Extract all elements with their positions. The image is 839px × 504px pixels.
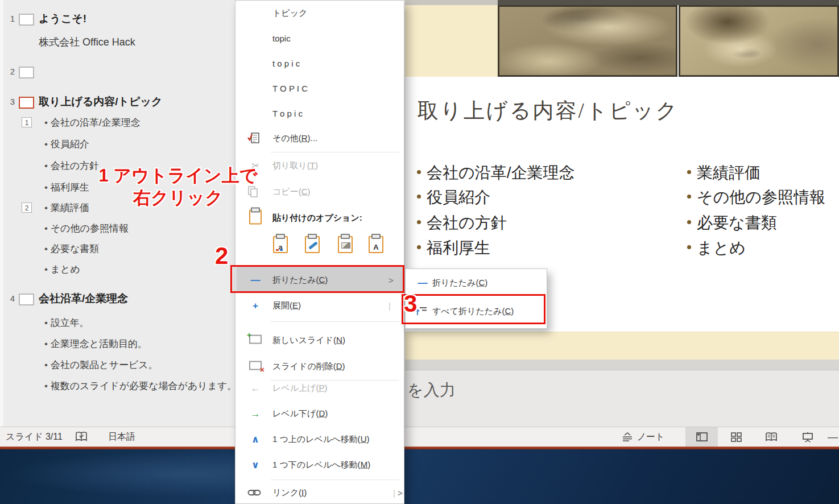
outline-bullet[interactable]: 役員紹介 bbox=[44, 138, 89, 151]
slide-bullet[interactable]: 会社の方針 bbox=[427, 212, 507, 234]
slide-bullet[interactable]: 会社の沿革/企業理念 bbox=[427, 162, 575, 184]
slide-bullet-dot bbox=[417, 170, 421, 174]
menu-item-suggestion[interactable]: T O P I C bbox=[236, 76, 403, 101]
outline-pane-left-edge bbox=[0, 0, 3, 427]
menu-item-new-slide[interactable]: + 新しいスライド(N) bbox=[236, 328, 403, 353]
menu-separator bbox=[271, 152, 399, 152]
annotation-step3: 3 bbox=[404, 290, 417, 317]
menu-item-label: 1 つ下のレベルへ移動(M) bbox=[272, 460, 370, 470]
slide-bullet[interactable]: その他の参照情報 bbox=[697, 187, 825, 208]
slide-bullet[interactable]: 役員紹介 bbox=[427, 187, 490, 208]
submenu-item-collapse[interactable]: — 折りたたみ(C) bbox=[406, 270, 546, 295]
menu-item-suggestion[interactable]: T o p i c bbox=[236, 101, 403, 126]
outline-bullet[interactable]: 設立年。 bbox=[44, 316, 89, 329]
outline-slide-number: 4 bbox=[5, 294, 15, 303]
menu-item-label: 貼り付けのオプション: bbox=[272, 213, 362, 224]
menu-item-move-up[interactable]: ∧ 1 つ上のレベルへ移動(U) bbox=[236, 427, 403, 452]
menu-item-suggestion[interactable]: t o p i c bbox=[236, 51, 403, 76]
slideshow-view-button[interactable] bbox=[791, 427, 824, 447]
outline-bullet[interactable]: 福利厚生 bbox=[44, 181, 89, 194]
slide-bullet-dot bbox=[417, 220, 421, 224]
outline-bullet[interactable]: 複数のスライドが必要な場合があります。 bbox=[44, 379, 237, 393]
window-chrome-strip-dark bbox=[498, 0, 839, 5]
slide-sorter-icon bbox=[730, 432, 743, 442]
menu-item-delete-slide[interactable]: × スライドの削除(D) bbox=[236, 354, 403, 379]
menu-item-suggestion[interactable]: トピック bbox=[236, 1, 403, 26]
menu-item-move-down[interactable]: ∨ 1 つ下のレベルへ移動(M) bbox=[236, 452, 403, 477]
outline-bullet[interactable]: その他の参照情報 bbox=[44, 222, 129, 235]
slide-banner-cream-block[interactable] bbox=[405, 5, 498, 77]
menu-item-more-suggestions[interactable]: その他(R)... bbox=[236, 126, 403, 151]
expand-plus-icon: + bbox=[247, 301, 263, 311]
normal-view-button[interactable] bbox=[685, 427, 718, 447]
link-icon bbox=[247, 488, 263, 497]
reading-view-button[interactable] bbox=[755, 427, 787, 447]
menu-item-link[interactable]: リンク(I) | > bbox=[236, 481, 403, 504]
outline-slide-icon[interactable] bbox=[19, 294, 34, 305]
banner-photo-hands[interactable] bbox=[498, 5, 677, 77]
paste-text-only-icon[interactable]: A bbox=[369, 236, 383, 255]
slide-bullet-dot bbox=[687, 220, 691, 224]
notes-toggle-label: ノート bbox=[637, 431, 665, 443]
menu-item-label: レベル上げ(P) bbox=[272, 383, 327, 394]
zoom-out-button[interactable]: — bbox=[828, 431, 838, 443]
menu-item-expand[interactable]: + 展開(E) | bbox=[236, 294, 403, 317]
outline-slide-subtitle[interactable]: 株式会社 Office Hack bbox=[39, 35, 135, 49]
outline-slide-title[interactable]: 取り上げる内容/トピック bbox=[39, 94, 162, 109]
outline-slide-number: 2 bbox=[5, 67, 15, 76]
paste-merge-formatting-icon[interactable] bbox=[305, 236, 320, 255]
outline-bullet[interactable]: 会社の製品とサービス。 bbox=[44, 358, 158, 371]
spell-check-icon[interactable] bbox=[75, 431, 88, 443]
slide-bullet-dot bbox=[687, 170, 691, 174]
menu-separator bbox=[271, 480, 399, 480]
menu-item-label: レベル下げ(D) bbox=[272, 408, 328, 419]
paste-keep-source-formatting-icon[interactable]: a bbox=[273, 236, 288, 255]
slide-bullet[interactable]: 福利厚生 bbox=[427, 237, 490, 259]
slide-bullet[interactable]: まとめ bbox=[697, 237, 746, 259]
outline-context-menu: トピック topic t o p i c T O P I C T o p i c… bbox=[235, 0, 404, 504]
slide-title[interactable]: 取り上げる内容/トピック bbox=[418, 97, 679, 125]
outline-bullet[interactable]: 企業理念と活動目的。 bbox=[44, 337, 147, 350]
annotation-step1: 1 アウトライン上で 右クリック bbox=[90, 165, 266, 209]
slide-bullet-dot bbox=[417, 245, 421, 249]
outline-slide-title[interactable]: 会社沿革/企業理念 bbox=[39, 291, 128, 306]
outline-slide-icon[interactable] bbox=[19, 67, 34, 79]
outline-bullet[interactable]: 必要な書類 bbox=[44, 242, 99, 255]
slide-bullet[interactable]: 業績評価 bbox=[697, 162, 761, 184]
outline-slide-icon-selected[interactable] bbox=[19, 97, 34, 109]
notes-pane[interactable]: を入力 bbox=[405, 370, 839, 427]
outline-pane[interactable]: 1 ようこそ! 株式会社 Office Hack 2 3 取り上げる内容/トピッ… bbox=[0, 0, 235, 427]
right-arrow-icon: → bbox=[247, 409, 263, 419]
slide-bullet-dot bbox=[687, 245, 691, 249]
suggestion-label: t o p i c bbox=[272, 59, 300, 68]
slide-bottom-banner bbox=[405, 332, 839, 360]
suggestion-label: トピック bbox=[272, 8, 307, 19]
banner-photo-faces[interactable] bbox=[679, 5, 839, 77]
chevron-down-icon: ∨ bbox=[247, 460, 263, 470]
menu-item-suggestion[interactable]: topic bbox=[236, 26, 403, 51]
slide-bullet[interactable]: 必要な書類 bbox=[697, 212, 777, 234]
window-chrome-strip bbox=[405, 0, 498, 5]
submenu-arrow-icon: > bbox=[398, 488, 403, 498]
outline-slide-title[interactable]: ようこそ! bbox=[39, 11, 86, 26]
slideshow-icon bbox=[801, 432, 814, 443]
submenu-item-label: 折りたたみ(C) bbox=[432, 278, 487, 288]
outline-bullet[interactable]: まとめ bbox=[44, 263, 80, 276]
slide-bullet-dot bbox=[687, 195, 691, 199]
menu-item-label: 1 つ上のレベルへ移動(U) bbox=[272, 434, 369, 445]
collapse-minus-icon: — bbox=[415, 278, 430, 288]
notes-placeholder-partial[interactable]: を入力 bbox=[407, 379, 456, 401]
notes-toggle-button[interactable]: ノート bbox=[617, 427, 668, 447]
menu-item-demote[interactable]: → レベル下げ(D) bbox=[236, 401, 403, 426]
chevron-up-icon: ∧ bbox=[247, 435, 263, 444]
outline-slide-icon[interactable] bbox=[19, 14, 34, 26]
menu-item-paste-options: 貼り付けのオプション: bbox=[236, 205, 403, 230]
slide-sorter-view-button[interactable] bbox=[720, 427, 753, 447]
menu-divider-bar: | bbox=[388, 301, 391, 311]
outline-bullet[interactable]: 会社の沿革/企業理念 bbox=[44, 116, 140, 129]
language-button[interactable]: 日本語 bbox=[108, 431, 135, 443]
suggestion-label: T O P I C bbox=[272, 84, 308, 93]
paste-as-picture-icon[interactable] bbox=[338, 236, 353, 255]
outline-bullet[interactable]: 業績評価 bbox=[44, 201, 89, 214]
slide-indicator[interactable]: スライド 3/11 bbox=[6, 431, 63, 443]
